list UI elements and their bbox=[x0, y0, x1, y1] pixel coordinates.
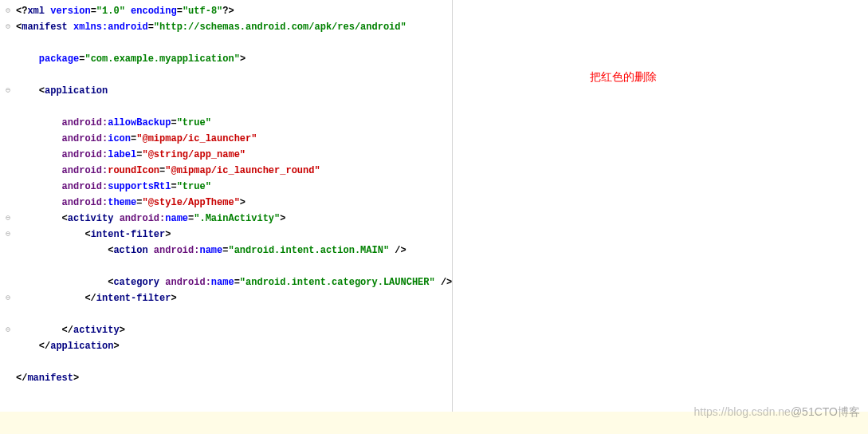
xml-attr: version bbox=[50, 6, 90, 17]
theme-value-error: "@style/AppTheme" bbox=[142, 197, 239, 208]
fold-icon[interactable]: ⊖ bbox=[6, 211, 10, 227]
roundicon-attr-error: roundIcon bbox=[108, 165, 159, 176]
xml-tag: xml bbox=[27, 6, 50, 17]
action-value: "android.intent.action.MAIN" bbox=[228, 245, 389, 256]
fold-icon[interactable]: ⊖ bbox=[6, 3, 10, 19]
editor-gutter: ⊖ ⊖ ⊖ ⊖ ⊖ ⊖ ⊖ bbox=[0, 0, 16, 434]
xml-attr: encoding bbox=[131, 6, 177, 17]
label-attr: label bbox=[108, 149, 136, 160]
action-tag: action bbox=[113, 245, 153, 256]
fold-icon[interactable]: ⊖ bbox=[6, 290, 10, 306]
roundicon-value-error: "@mipmap/ic_launcher_round" bbox=[165, 165, 320, 176]
blank-panel bbox=[453, 0, 868, 434]
package-attr: package bbox=[39, 53, 79, 65]
activity-name-value: ".MainActivity" bbox=[194, 213, 280, 224]
xml-punc: <? bbox=[16, 6, 27, 17]
supportsrtl-attr: supportsRtl bbox=[108, 181, 171, 192]
code-editor[interactable]: <?xml version="1.0" encoding="utf-8"?> <… bbox=[16, 0, 453, 434]
fold-icon[interactable]: ⊖ bbox=[6, 83, 10, 99]
fold-icon[interactable]: ⊖ bbox=[6, 322, 10, 338]
fold-icon[interactable]: ⊖ bbox=[6, 19, 10, 35]
xmlns-value: "http://schemas.android.com/apk/res/andr… bbox=[154, 22, 407, 33]
allowbackup-attr: allowBackup bbox=[108, 117, 171, 128]
label-value-error: "@string/app_name" bbox=[142, 149, 245, 160]
manifest-tag: manifest bbox=[22, 22, 73, 33]
icon-value-error: "@mipmap/ic_launcher" bbox=[136, 133, 257, 144]
activity-tag: activity bbox=[68, 213, 120, 224]
xmlns-attr: xmlns:android bbox=[73, 22, 148, 33]
theme-attr: theme bbox=[108, 197, 136, 208]
intent-filter-tag: intent-filter bbox=[91, 229, 166, 240]
xml-value: "1.0" bbox=[96, 6, 125, 17]
fold-icon[interactable]: ⊖ bbox=[6, 227, 10, 243]
xml-value: "utf-8" bbox=[183, 6, 222, 17]
watermark-text: @51CTO博客 bbox=[791, 405, 860, 418]
package-value: "com.example.myapplication" bbox=[84, 53, 239, 65]
application-tag: application bbox=[45, 85, 108, 97]
watermark-url: https://blog.csdn.ne bbox=[693, 405, 790, 418]
watermark: https://blog.csdn.ne@51CTO博客 bbox=[693, 405, 860, 420]
category-value: "android.intent.category.LAUNCHER" bbox=[240, 277, 435, 288]
annotation-text: 把红色的删除 bbox=[590, 70, 657, 85]
category-tag: category bbox=[113, 277, 165, 288]
icon-attr: icon bbox=[108, 133, 131, 144]
